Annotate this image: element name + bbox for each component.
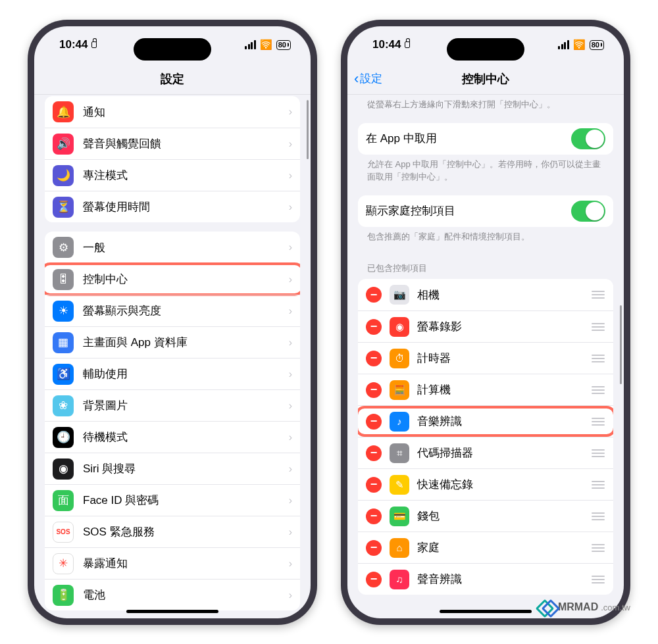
remove-button[interactable]: −: [366, 287, 382, 303]
chevron-right-icon: ›: [289, 241, 292, 253]
drag-handle-icon[interactable]: [591, 449, 605, 457]
drag-handle-icon[interactable]: [591, 576, 605, 583]
settings-row-exposure[interactable]: ✳暴露通知›: [45, 547, 300, 579]
toggle-label: 顯示家庭控制項目: [366, 203, 571, 218]
chevron-left-icon: ‹: [354, 72, 359, 86]
accessibility-icon: ♿: [53, 364, 74, 385]
settings-row-gear[interactable]: ⚙一般›: [45, 232, 300, 263]
control-item-row[interactable]: −◉螢幕錄影: [358, 310, 613, 342]
row-label: 通知: [83, 105, 289, 120]
home-indicator[interactable]: [440, 610, 532, 613]
scrollbar[interactable]: [620, 305, 622, 384]
settings-row-siri[interactable]: ◉Siri 與搜尋›: [45, 453, 300, 484]
lock-icon: [405, 41, 410, 48]
drag-handle-icon[interactable]: [591, 355, 605, 362]
drag-handle-icon[interactable]: [591, 291, 605, 299]
lock-icon: [91, 41, 97, 48]
chevron-right-icon: ›: [289, 138, 292, 150]
row-label: 電池: [83, 587, 289, 603]
sos-icon: SOS: [53, 522, 74, 543]
control-item-row[interactable]: −⏱計時器: [358, 342, 613, 374]
chevron-right-icon: ›: [289, 432, 292, 443]
row-label: 螢幕使用時間: [83, 199, 289, 214]
screen-record-icon: ◉: [390, 317, 409, 337]
remove-button[interactable]: −: [366, 572, 382, 587]
dynamic-island: [447, 38, 524, 61]
home-indicator[interactable]: [126, 610, 218, 613]
timer-icon: ⏱: [390, 349, 409, 368]
exposure-icon: ✳: [53, 553, 74, 574]
drag-handle-icon[interactable]: [591, 544, 605, 552]
chevron-right-icon: ›: [289, 274, 292, 285]
control-item-row[interactable]: −💳錢包: [358, 500, 613, 532]
wifi-icon: 🛜: [260, 39, 272, 51]
control-item-row[interactable]: −♫聲音辨識: [358, 563, 613, 595]
settings-row-faceid[interactable]: ⾯Face ID 與密碼›: [45, 484, 300, 516]
control-item-row[interactable]: −♪音樂辨識: [358, 405, 613, 437]
cellular-icon: [245, 40, 256, 49]
item-label: 快速備忘錄: [417, 477, 591, 492]
row-label: 專注模式: [83, 168, 289, 183]
item-label: 代碼掃描器: [417, 445, 591, 460]
item-label: 計時器: [417, 351, 591, 366]
settings-row-homescreen[interactable]: ▦主畫面與 App 資料庫›: [45, 326, 300, 358]
watermark-suffix: .com.tw: [601, 603, 630, 612]
settings-row-battery[interactable]: 🔋電池›: [45, 579, 300, 610]
toggle-switch[interactable]: [571, 128, 605, 149]
control-item-row[interactable]: −⌂家庭: [358, 532, 613, 563]
remove-button[interactable]: −: [366, 382, 382, 398]
remove-button[interactable]: −: [366, 477, 382, 493]
remove-button[interactable]: −: [366, 540, 382, 556]
drag-handle-icon[interactable]: [591, 512, 605, 520]
section-header: 已包含控制項目: [358, 257, 613, 278]
remove-button[interactable]: −: [366, 445, 382, 461]
settings-row-moon[interactable]: 🌙專注模式›: [45, 159, 300, 191]
remove-button[interactable]: −: [366, 319, 382, 335]
chevron-right-icon: ›: [289, 337, 292, 349]
settings-row-standby[interactable]: 🕘待機模式›: [45, 421, 300, 453]
drag-handle-icon[interactable]: [591, 481, 605, 489]
watermark-brand: MRMAD: [558, 601, 598, 613]
toggle-row-home-controls[interactable]: 顯示家庭控制項目: [358, 195, 613, 227]
chevron-right-icon: ›: [289, 305, 292, 317]
navbar: ‹ 設定 控制中心: [347, 63, 624, 95]
control-item-row[interactable]: −✎快速備忘錄: [358, 468, 613, 500]
toggle-switch[interactable]: [571, 201, 605, 222]
item-label: 音樂辨識: [417, 414, 591, 429]
settings-row-hourglass[interactable]: ⏳螢幕使用時間›: [45, 191, 300, 222]
chevron-right-icon: ›: [289, 400, 292, 412]
bell-icon: 🔔: [53, 101, 74, 122]
remove-button[interactable]: −: [366, 414, 382, 430]
battery-icon: 80: [276, 40, 291, 50]
drag-handle-icon[interactable]: [591, 418, 605, 426]
status-time: 10:44: [372, 38, 401, 51]
settings-row-sound[interactable]: 🔊聲音與觸覺回饋›: [45, 128, 300, 159]
chevron-right-icon: ›: [289, 526, 292, 538]
wallpaper-icon: ❀: [53, 395, 74, 416]
remove-button[interactable]: −: [366, 351, 382, 366]
drag-handle-icon[interactable]: [591, 323, 605, 331]
back-button[interactable]: ‹ 設定: [354, 71, 382, 86]
camera-icon: 📷: [390, 285, 409, 305]
settings-row-sos[interactable]: SOSSOS 緊急服務›: [45, 516, 300, 547]
item-label: 相機: [417, 287, 591, 303]
control-item-row[interactable]: −🧮計算機: [358, 374, 613, 405]
cellular-icon: [558, 40, 569, 49]
row-label: 待機模式: [83, 430, 289, 445]
control-item-row[interactable]: −⌗代碼掃描器: [358, 437, 613, 468]
battery-icon: 🔋: [53, 585, 74, 606]
row-label: 聲音與觸覺回饋: [83, 136, 289, 151]
settings-row-brightness[interactable]: ☀螢幕顯示與亮度›: [45, 295, 300, 326]
settings-row-wallpaper[interactable]: ❀背景圖片›: [45, 389, 300, 421]
control-item-row[interactable]: −📷相機: [358, 279, 613, 310]
navbar: 設定: [34, 63, 311, 95]
settings-row-bell[interactable]: 🔔通知›: [45, 96, 300, 128]
remove-button[interactable]: −: [366, 508, 382, 524]
drag-handle-icon[interactable]: [591, 386, 605, 394]
toggle-row-app-access[interactable]: 在 App 中取用: [358, 123, 613, 155]
settings-row-accessibility[interactable]: ♿輔助使用›: [45, 358, 300, 389]
scrollbar[interactable]: [307, 100, 309, 159]
settings-row-control-center[interactable]: 🎛控制中心›: [45, 263, 300, 295]
gear-icon: ⚙: [53, 237, 74, 258]
dynamic-island: [134, 38, 211, 61]
